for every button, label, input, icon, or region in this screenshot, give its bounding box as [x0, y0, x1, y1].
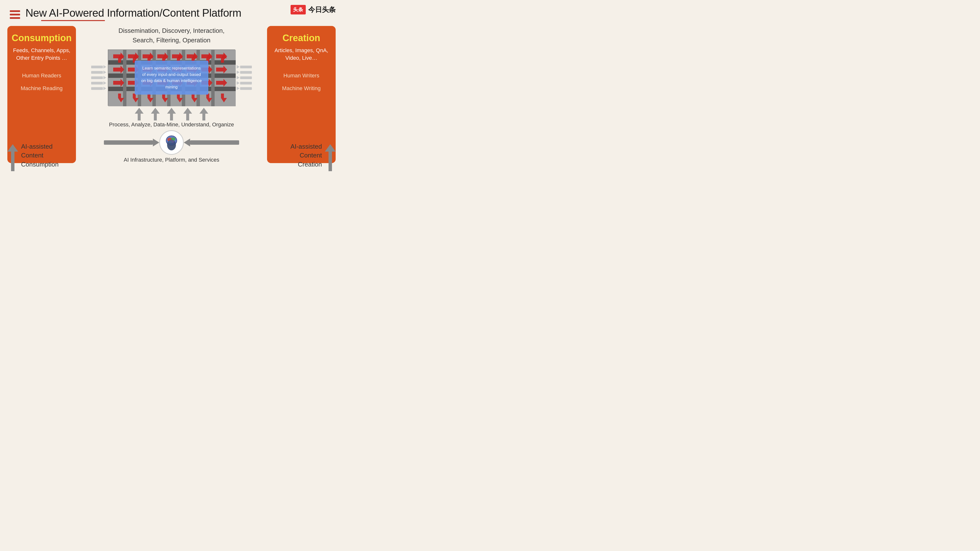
logo-red-box: 头条	[291, 5, 306, 14]
consumption-title: Consumption	[12, 33, 72, 43]
left-ai-label: AI-assisted Content Consumption	[7, 142, 59, 171]
up-arrows-row	[135, 108, 208, 121]
right-ai-label-line1: AI-assisted	[290, 143, 322, 150]
svg-point-58	[167, 140, 176, 150]
title-underline	[41, 20, 105, 21]
ai-infra-label: AI Infrastructure, Platform, and Service…	[124, 157, 219, 163]
right-from-brain-arrow	[184, 139, 239, 146]
machine-reading-label: Machine Reading	[21, 85, 62, 92]
page-title: New AI-Powered Information/Content Platf…	[25, 7, 241, 19]
logo-area: 头条 今日头条	[291, 5, 336, 14]
logo-text: 今日头条	[308, 5, 336, 14]
process-label: Process, Analyze, Data-Mine, Understand,…	[109, 121, 234, 128]
left-ai-label-line2: Content	[21, 152, 43, 159]
left-ai-label-line1: AI-assisted	[21, 143, 52, 150]
machine-writing-label: Machine Writing	[282, 85, 320, 92]
left-input-arrows	[91, 65, 106, 90]
svg-rect-10	[211, 50, 215, 106]
hamburger-icon	[10, 10, 20, 19]
right-ai-label-line2: Content	[300, 152, 322, 159]
right-ai-label: AI-assisted Content Creation	[290, 142, 336, 171]
creation-title: Creation	[283, 33, 320, 43]
human-writers-label: Human Writers	[283, 72, 319, 79]
creation-subtitle: Articles, Images, QnA, Video, Live…	[272, 47, 331, 62]
brain-icon	[159, 130, 184, 155]
top-center-label: Dissemination, Discovery, Interaction, S…	[118, 26, 224, 45]
right-ai-label-line3: Creation	[298, 160, 322, 168]
left-to-brain-arrow	[104, 139, 159, 146]
left-ai-label-line3: Consumption	[21, 160, 59, 168]
human-readers-label: Human Readers	[22, 72, 61, 79]
neural-net-text: Learn semantic representations of every …	[140, 65, 203, 90]
svg-rect-4	[123, 50, 126, 106]
neural-network-box: Learn semantic representations of every …	[108, 49, 235, 106]
consumption-subtitle: Feeds, Channels, Apps, Other Entry Point…	[12, 47, 71, 62]
neural-net-overlay: Learn semantic representations of every …	[135, 61, 208, 95]
right-output-arrows	[237, 65, 252, 90]
ai-infra-row	[78, 130, 265, 155]
brain-svg	[162, 133, 181, 152]
